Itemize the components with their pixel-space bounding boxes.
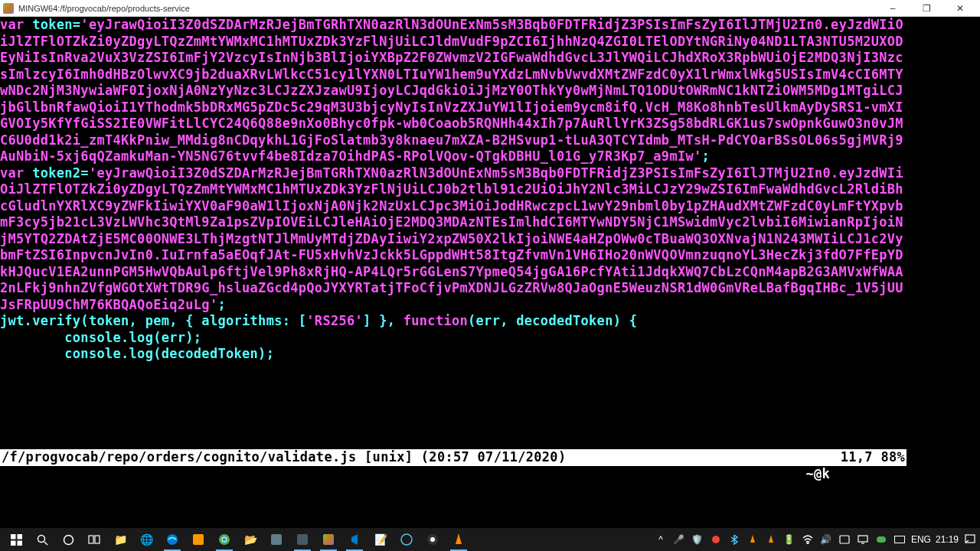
folder-icon[interactable]: 📂	[237, 528, 263, 551]
console-log-token: console.log(decodedToken);	[0, 346, 274, 361]
window-titlebar: MINGW64:/f/progvocab/repo/products-servi…	[0, 0, 980, 17]
battery-icon[interactable]: 🔋	[782, 533, 796, 546]
vlc-tray-icon[interactable]	[746, 533, 760, 546]
svg-point-13	[401, 534, 412, 545]
token-identifier: token=	[24, 17, 81, 32]
app-icon-1[interactable]	[263, 528, 289, 551]
verify-mid: ] },	[363, 313, 403, 328]
svg-point-6	[64, 535, 73, 544]
svg-point-4	[38, 535, 44, 542]
volume-icon[interactable]: 🔊	[819, 533, 833, 546]
language-indicator[interactable]: ENG	[911, 534, 931, 545]
edge-legacy-icon[interactable]: 🌐	[133, 528, 159, 551]
screen-icon[interactable]	[856, 533, 870, 546]
console-log-err: console.log(err);	[0, 330, 201, 345]
cortana-icon[interactable]	[55, 528, 81, 551]
notepad-icon[interactable]: 📝	[368, 528, 394, 551]
svg-point-15	[430, 537, 435, 542]
vlc-tray-icon-2[interactable]	[764, 533, 778, 546]
clock[interactable]: 21:19	[936, 534, 959, 545]
svg-rect-2	[11, 540, 16, 546]
svg-point-16	[807, 543, 808, 544]
function-keyword: function	[403, 313, 468, 328]
sublime-icon[interactable]	[185, 528, 211, 551]
terminal-icon	[3, 3, 14, 14]
semicolon: ;	[702, 148, 710, 164]
right-margin	[906, 17, 980, 482]
task-view-icon[interactable]	[81, 528, 107, 551]
start-button[interactable]	[3, 528, 29, 551]
svg-point-12	[223, 538, 227, 542]
file-explorer-icon[interactable]: 📁	[107, 528, 133, 551]
minimize-button[interactable]: –	[876, 0, 910, 17]
mintty-icon[interactable]	[315, 528, 341, 551]
maximize-button[interactable]: ❐	[910, 0, 943, 17]
var-keyword: var	[0, 17, 24, 32]
app-icon-2[interactable]	[289, 528, 315, 551]
vim-cmdline: ~@k	[0, 466, 906, 482]
terminal-area[interactable]: var token='eyJrawQioiI3Z0dSZDArMzRJejBmT…	[0, 17, 906, 482]
windows-taskbar[interactable]: 📁 🌐 📂 📝 ^ 🎤 🛡️ 🔋 🔊 ENG 21:19	[0, 528, 980, 551]
status-file-info: /f/progvocab/repo/orders/cognito/validat…	[2, 449, 841, 466]
notifications-icon[interactable]	[963, 533, 977, 546]
svg-rect-7	[89, 536, 93, 543]
svg-rect-8	[95, 536, 100, 543]
svg-line-5	[44, 542, 47, 545]
vscode-icon[interactable]	[341, 528, 368, 551]
token2-string: 'eyJrawQioiI3Z0dSZDArMzRJejBmTGRhTXN0azR…	[0, 165, 903, 312]
wifi-icon[interactable]	[801, 533, 815, 546]
status-position: 11,7 88%	[841, 449, 905, 466]
obs-icon[interactable]	[420, 528, 446, 551]
semicolon: ;	[217, 297, 226, 312]
bluetooth-icon[interactable]	[727, 533, 741, 546]
touchpad-icon[interactable]	[838, 533, 851, 546]
window-title: MINGW64:/f/progvocab/repo/products-servi…	[18, 4, 876, 13]
onedrive-icon[interactable]	[874, 533, 888, 546]
vim-statusbar: /f/progvocab/repo/orders/cognito/validat…	[0, 449, 906, 466]
close-button[interactable]: ✕	[943, 0, 977, 17]
mic-icon[interactable]: 🎤	[672, 533, 686, 546]
svg-rect-3	[17, 540, 22, 546]
code-content: var token='eyJrawQioiI3Z0dSZDArMzRJejBmT…	[0, 17, 906, 363]
system-tray[interactable]: ^ 🎤 🛡️ 🔋 🔊 ENG 21:19	[654, 533, 977, 546]
edge-icon[interactable]	[159, 528, 185, 551]
rs256-string: 'RS256'	[306, 313, 363, 328]
svg-rect-18	[858, 536, 867, 542]
verify-call: jwt.verify(token, pem, { algorithms: [	[0, 313, 306, 328]
svg-rect-17	[840, 536, 849, 543]
security-icon[interactable]: 🛡️	[691, 533, 704, 546]
tray-chevron-icon[interactable]: ^	[654, 533, 668, 546]
svg-rect-0	[11, 534, 16, 540]
vlc-icon[interactable]	[446, 528, 472, 551]
svg-rect-1	[17, 534, 22, 540]
function-args: (err, decodedToken) {	[468, 313, 637, 328]
search-icon[interactable]	[29, 528, 55, 551]
browser-icon[interactable]	[394, 528, 420, 551]
input-icon[interactable]	[893, 533, 906, 546]
sync-icon[interactable]	[709, 533, 723, 546]
token-string: 'eyJrawQioiI3Z0dSZDArMzRJejBmTGRhTXN0azR…	[0, 17, 903, 164]
var-keyword: var	[0, 165, 24, 181]
token2-identifier: token2=	[24, 165, 89, 181]
chrome-icon[interactable]	[211, 528, 237, 551]
